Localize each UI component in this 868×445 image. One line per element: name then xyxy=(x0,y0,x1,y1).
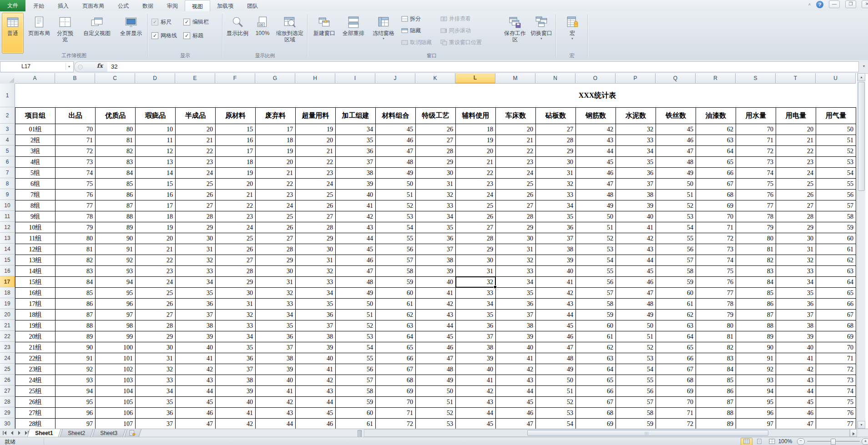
data-cell[interactable]: 40 xyxy=(536,266,576,277)
data-cell[interactable]: 24 xyxy=(256,200,296,211)
data-cell[interactable]: 19 xyxy=(256,146,296,157)
data-cell[interactable]: 95 xyxy=(96,288,136,299)
row-header-1[interactable]: 1 xyxy=(0,84,15,107)
data-cell[interactable]: 44 xyxy=(296,397,336,408)
data-cell[interactable]: 43 xyxy=(416,310,456,320)
data-cell[interactable]: 51 xyxy=(416,397,456,408)
data-cell[interactable]: 58 xyxy=(576,299,616,310)
data-cell[interactable]: 47 xyxy=(416,353,456,364)
data-cell[interactable]: 55 xyxy=(576,266,616,277)
data-cell[interactable]: 70 xyxy=(376,397,416,408)
data-cell[interactable]: 58 xyxy=(376,266,416,277)
data-cell[interactable]: 45 xyxy=(376,124,416,135)
row-header-18[interactable]: 18 xyxy=(0,287,15,298)
data-cell[interactable]: 26 xyxy=(216,244,256,255)
data-cell[interactable]: 17 xyxy=(256,124,296,135)
data-cell[interactable]: 47 xyxy=(176,419,216,429)
data-cell[interactable]: 69 xyxy=(656,386,696,397)
data-cell[interactable]: 24 xyxy=(216,222,256,233)
data-cell[interactable]: 28 xyxy=(536,135,576,146)
data-cell[interactable]: 43 xyxy=(616,244,656,255)
data-cell[interactable]: 79 xyxy=(56,222,96,233)
group-name-cell[interactable]: 16组 xyxy=(15,288,56,299)
data-cell[interactable]: 44 xyxy=(256,419,296,429)
data-cell[interactable]: 37 xyxy=(616,179,656,190)
data-cell[interactable]: 77 xyxy=(816,419,856,429)
data-cell[interactable]: 19 xyxy=(296,124,336,135)
data-cell[interactable]: 79 xyxy=(736,222,776,233)
column-header-M[interactable]: M xyxy=(495,73,535,84)
data-cell[interactable]: 71 xyxy=(56,135,96,146)
data-cell[interactable]: 32 xyxy=(216,310,256,320)
data-cell[interactable]: 53 xyxy=(536,408,576,419)
data-cell[interactable]: 36 xyxy=(256,331,296,342)
data-cell[interactable]: 29 xyxy=(496,222,536,233)
data-cell[interactable]: 37 xyxy=(176,310,216,320)
data-cell[interactable]: 49 xyxy=(416,375,456,386)
group-name-cell[interactable]: 27组 xyxy=(15,408,56,419)
data-cell[interactable]: 63 xyxy=(656,320,696,331)
data-cell[interactable]: 40 xyxy=(296,353,336,364)
column-header-Q[interactable]: Q xyxy=(656,73,696,84)
data-cell[interactable]: 46 xyxy=(416,342,456,353)
data-cell[interactable]: 43 xyxy=(496,375,536,386)
data-cell[interactable]: 61 xyxy=(336,419,376,429)
row-header-14[interactable]: 14 xyxy=(0,244,15,255)
data-cell[interactable]: 42 xyxy=(296,375,336,386)
column-header-B[interactable]: B xyxy=(55,73,95,84)
data-cell[interactable]: 53 xyxy=(656,211,696,222)
data-cell[interactable]: 30 xyxy=(456,255,496,266)
column-title-加工组建[interactable]: 加工组建 xyxy=(336,108,376,124)
data-cell[interactable]: 44 xyxy=(776,386,816,397)
data-cell[interactable]: 28 xyxy=(496,211,536,222)
data-cell[interactable]: 27 xyxy=(776,200,816,211)
tab-页面布局[interactable]: 页面布局 xyxy=(76,0,111,11)
data-cell[interactable]: 88 xyxy=(696,408,736,419)
tab-审阅[interactable]: 审阅 xyxy=(160,0,185,11)
data-cell[interactable]: 50 xyxy=(616,320,656,331)
data-cell[interactable]: 42 xyxy=(176,364,216,375)
data-cell[interactable]: 17 xyxy=(216,146,256,157)
data-cell[interactable]: 30 xyxy=(416,168,456,179)
data-cell[interactable]: 84 xyxy=(696,364,736,375)
data-cell[interactable]: 63 xyxy=(696,135,736,146)
group-name-cell[interactable]: 4组 xyxy=(15,157,56,168)
data-cell[interactable]: 29 xyxy=(216,277,256,288)
scroll-right-arrow[interactable] xyxy=(850,429,857,437)
data-cell[interactable]: 26 xyxy=(456,211,496,222)
data-cell[interactable]: 59 xyxy=(656,277,696,288)
tab-视图[interactable]: 视图 xyxy=(185,0,210,12)
data-cell[interactable]: 73 xyxy=(736,157,776,168)
data-cell[interactable]: 40 xyxy=(776,342,816,353)
data-cell[interactable]: 23 xyxy=(456,179,496,190)
data-cell[interactable]: 92 xyxy=(736,364,776,375)
data-cell[interactable]: 67 xyxy=(576,397,616,408)
data-cell[interactable]: 20 xyxy=(176,124,216,135)
status-page-layout-button[interactable] xyxy=(753,438,765,445)
data-cell[interactable]: 18 xyxy=(256,135,296,146)
data-cell[interactable]: 63 xyxy=(576,353,616,364)
data-cell[interactable]: 60 xyxy=(376,288,416,299)
data-cell[interactable]: 75 xyxy=(816,397,856,408)
tab-插入[interactable]: 插入 xyxy=(51,0,76,11)
data-cell[interactable]: 32 xyxy=(296,266,336,277)
data-cell[interactable]: 51 xyxy=(616,331,656,342)
data-cell[interactable]: 76 xyxy=(816,408,856,419)
data-cell[interactable]: 69 xyxy=(376,386,416,397)
data-cell[interactable]: 47 xyxy=(776,419,816,429)
data-cell[interactable]: 26 xyxy=(416,124,456,135)
row-header-5[interactable]: 5 xyxy=(0,145,15,156)
data-cell[interactable]: 38 xyxy=(296,331,336,342)
group-name-cell[interactable]: 12组 xyxy=(15,244,56,255)
data-cell[interactable]: 16 xyxy=(136,190,176,200)
column-title-铁丝数[interactable]: 铁丝数 xyxy=(656,108,696,124)
data-cell[interactable]: 42 xyxy=(496,364,536,375)
data-cell[interactable]: 89 xyxy=(56,331,96,342)
data-cell[interactable]: 34 xyxy=(296,288,336,299)
column-header-E[interactable]: E xyxy=(175,73,215,84)
data-cell[interactable]: 86 xyxy=(696,386,736,397)
data-cell[interactable]: 33 xyxy=(216,320,256,331)
data-cell[interactable]: 35 xyxy=(136,397,176,408)
data-cell[interactable]: 72 xyxy=(736,146,776,157)
data-cell[interactable]: 31 xyxy=(136,353,176,364)
